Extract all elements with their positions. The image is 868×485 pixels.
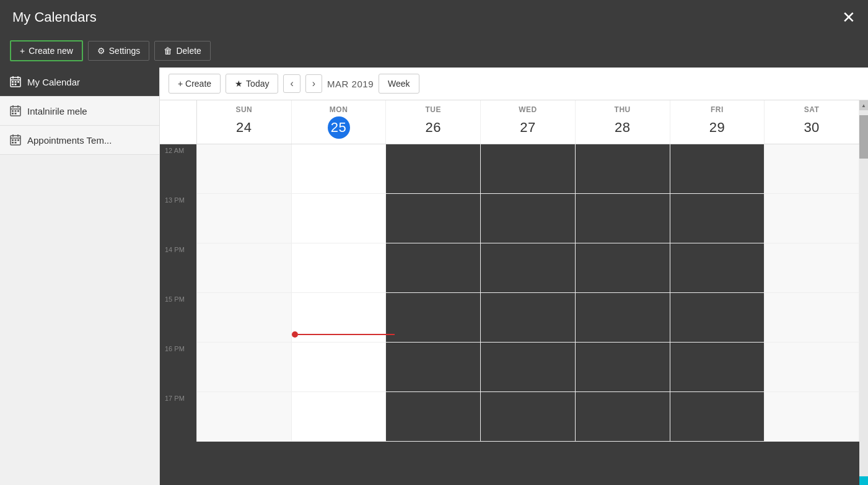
time-cell-15pm-sun[interactable] — [197, 293, 292, 343]
time-cell-15pm-wed[interactable] — [481, 293, 576, 343]
time-cell-14pm-wed[interactable] — [481, 243, 576, 293]
day-name-fri: FRI — [711, 105, 724, 114]
cal-date-label: MAR 2019 — [327, 79, 374, 89]
settings-button[interactable]: ⚙ Settings — [88, 41, 150, 61]
time-cell-17pm-thu[interactable] — [576, 392, 670, 442]
time-cell-14pm-sun[interactable] — [197, 243, 292, 293]
calendar-area: + Create ★ Today ‹ › MAR 2019 Week SUN — [160, 68, 868, 485]
sidebar-my-calendar-label: My Calendar — [27, 77, 80, 87]
cal-create-button[interactable]: + Create — [169, 74, 221, 94]
time-cell-16pm-mon[interactable] — [292, 343, 387, 392]
time-cell-14pm-mon[interactable] — [292, 243, 387, 293]
svg-rect-13 — [12, 110, 14, 112]
day-num-sun: 24 — [233, 116, 255, 139]
scroll-thumb[interactable] — [859, 115, 868, 159]
calendar-toolbar: + Create ★ Today ‹ › MAR 2019 Week — [160, 68, 868, 100]
time-cell-14pm-tue[interactable] — [386, 243, 481, 293]
svg-rect-6 — [17, 81, 19, 83]
time-cell-12am-fri[interactable] — [670, 144, 765, 194]
time-cell-13pm-fri[interactable] — [670, 194, 765, 243]
week-header: SUN 24 MON 25 TUE 26 — [160, 100, 859, 144]
time-cell-14pm-fri[interactable] — [670, 243, 765, 293]
gear-icon: ⚙ — [97, 46, 105, 56]
svg-rect-23 — [15, 139, 17, 141]
close-button[interactable]: ✕ — [842, 9, 856, 25]
time-cell-12am-tue[interactable] — [386, 144, 481, 194]
sidebar-appointments-label: Appointments Tem... — [27, 135, 112, 146]
week-grid-wrapper: SUN 24 MON 25 TUE 26 — [160, 100, 868, 485]
scroll-cyan-indicator — [859, 476, 868, 485]
cal-next-button[interactable]: › — [305, 74, 322, 93]
time-cell-17pm-sat[interactable] — [765, 392, 859, 442]
time-cell-12am-wed[interactable] — [481, 144, 576, 194]
time-cell-17pm-tue[interactable] — [386, 392, 481, 442]
time-cell-15pm-tue[interactable] — [386, 293, 481, 343]
cal-today-button[interactable]: ★ Today — [226, 74, 278, 94]
today-label: Today — [246, 79, 269, 89]
time-cell-17pm-fri[interactable] — [670, 392, 765, 442]
time-cell-13pm-sat[interactable] — [765, 194, 859, 243]
time-cell-12am-sun[interactable] — [197, 144, 292, 194]
day-header-fri: FRI 29 — [670, 100, 765, 144]
svg-rect-8 — [15, 84, 17, 85]
time-cell-16pm-sat[interactable] — [765, 343, 859, 392]
time-cell-13pm-tue[interactable] — [386, 194, 481, 243]
day-num-fri: 29 — [706, 116, 728, 139]
sidebar-item-my-calendar[interactable]: My Calendar — [0, 68, 159, 97]
time-cell-17pm-wed[interactable] — [481, 392, 576, 442]
day-name-wed: WED — [519, 105, 537, 114]
time-cell-15pm-mon[interactable] — [292, 293, 387, 343]
day-header-tue: TUE 26 — [386, 100, 481, 144]
time-header-empty — [160, 100, 197, 144]
time-label-16pm: 16 PM — [160, 343, 197, 392]
day-num-sat: 30 — [800, 116, 823, 139]
time-cell-16pm-wed[interactable] — [481, 343, 576, 392]
time-label-14pm: 14 PM — [160, 243, 197, 293]
app-title: My Calendars — [12, 9, 97, 25]
cal-view-button[interactable]: Week — [379, 74, 419, 94]
time-cell-12am-sat[interactable] — [765, 144, 859, 194]
toolbar: + Create new ⚙ Settings 🗑 Delete — [0, 34, 868, 68]
time-cell-12am-mon[interactable] — [292, 144, 387, 194]
time-cell-14pm-thu[interactable] — [576, 243, 670, 293]
svg-rect-4 — [12, 81, 14, 83]
svg-rect-24 — [17, 139, 19, 141]
plus-icon: + — [20, 46, 25, 56]
calendar-icon-2 — [10, 105, 21, 116]
delete-button[interactable]: 🗑 Delete — [154, 41, 210, 61]
day-header-wed: WED 27 — [481, 100, 576, 144]
time-cell-13pm-thu[interactable] — [576, 194, 670, 243]
vertical-scrollbar[interactable]: ▲ — [859, 100, 868, 485]
cal-prev-button[interactable]: ‹ — [283, 74, 300, 93]
time-grid-container[interactable]: 12 AM 13 PM — [160, 144, 859, 485]
time-cell-13pm-sun[interactable] — [197, 194, 292, 243]
sidebar-intalnirile-label: Intalnirile mele — [27, 106, 87, 116]
sidebar-item-intalnirile-mele[interactable]: Intalnirile mele — [0, 97, 159, 126]
day-header-sun: SUN 24 — [197, 100, 292, 144]
time-cell-16pm-thu[interactable] — [576, 343, 670, 392]
time-cell-13pm-mon[interactable] — [292, 194, 387, 243]
time-cell-17pm-mon[interactable] — [292, 392, 387, 442]
time-cell-16pm-tue[interactable] — [386, 343, 481, 392]
create-new-button[interactable]: + Create new — [10, 40, 83, 61]
time-cell-15pm-sat[interactable] — [765, 293, 859, 343]
time-cell-14pm-sat[interactable] — [765, 243, 859, 293]
scroll-up-arrow[interactable]: ▲ — [859, 100, 868, 110]
day-name-sat: SAT — [804, 105, 820, 114]
svg-rect-22 — [12, 139, 14, 141]
svg-rect-5 — [15, 81, 17, 83]
time-cell-12am-thu[interactable] — [576, 144, 670, 194]
day-header-sat: SAT 30 — [765, 100, 859, 144]
time-cell-17pm-sun[interactable] — [197, 392, 292, 442]
day-name-thu: THU — [615, 105, 631, 114]
time-cell-16pm-sun[interactable] — [197, 343, 292, 392]
create-new-label: Create new — [28, 46, 73, 56]
time-cell-13pm-wed[interactable] — [481, 194, 576, 243]
day-name-mon: MON — [330, 105, 348, 114]
calendar-icon-3 — [10, 134, 21, 146]
time-cell-16pm-fri[interactable] — [670, 343, 765, 392]
time-cell-15pm-thu[interactable] — [576, 293, 670, 343]
svg-rect-15 — [17, 110, 19, 112]
sidebar-item-appointments-tem[interactable]: Appointments Tem... — [0, 126, 159, 155]
time-cell-15pm-fri[interactable] — [670, 293, 765, 343]
